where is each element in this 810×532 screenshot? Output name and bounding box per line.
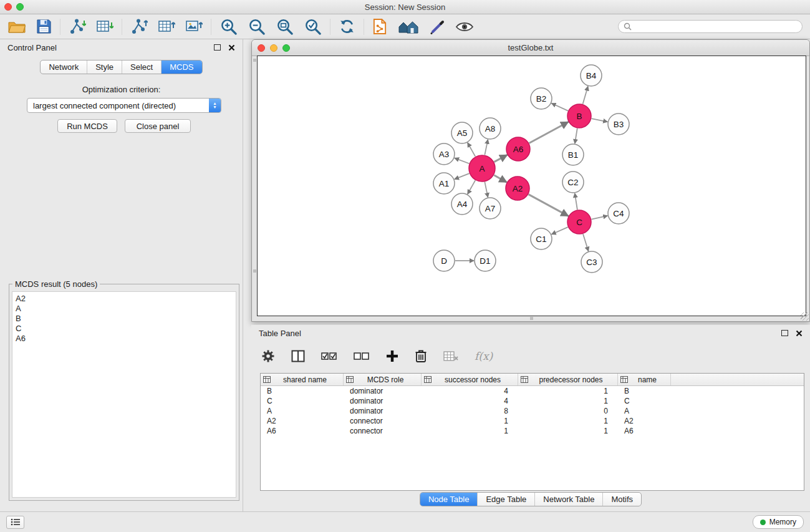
- column-header-name[interactable]: name: [618, 374, 671, 385]
- mcds-result-item[interactable]: A6: [16, 334, 233, 344]
- edge-C-C4[interactable]: [592, 216, 608, 220]
- node-B[interactable]: [567, 104, 591, 128]
- network-close-button[interactable]: [258, 44, 265, 52]
- edge-A-A6[interactable]: [494, 155, 507, 162]
- edge-B-B4[interactable]: [583, 86, 588, 104]
- tab-mcds[interactable]: MCDS: [161, 60, 201, 74]
- edge-A-A7[interactable]: [485, 182, 488, 198]
- float-panel-icon[interactable]: [781, 330, 788, 336]
- node-A3[interactable]: [433, 143, 455, 165]
- refresh-view-button[interactable]: [339, 18, 355, 35]
- zoom-selected-button[interactable]: [304, 17, 322, 36]
- node-D[interactable]: [433, 250, 455, 271]
- column-header-predecessor-nodes[interactable]: predecessor nodes: [518, 374, 618, 385]
- task-history-button[interactable]: [6, 516, 24, 529]
- zoom-in-button[interactable]: [219, 17, 238, 36]
- node-C[interactable]: [567, 210, 591, 234]
- fit-content-button[interactable]: [276, 17, 294, 36]
- open-session-button[interactable]: [7, 19, 26, 34]
- column-header-successor-nodes[interactable]: successor nodes: [422, 374, 518, 385]
- table-row[interactable]: Adominator80A: [261, 406, 804, 416]
- mcds-result-item[interactable]: A2: [16, 294, 233, 304]
- run-mcds-button[interactable]: Run MCDS: [57, 119, 117, 133]
- float-panel-icon[interactable]: [214, 44, 221, 51]
- close-panel-button[interactable]: Close panel: [125, 119, 191, 133]
- show-hide-button[interactable]: [455, 20, 474, 34]
- table-settings-button[interactable]: [261, 349, 275, 363]
- manage-columns-button[interactable]: [291, 350, 305, 362]
- node-A4[interactable]: [451, 193, 473, 215]
- node-A7[interactable]: [480, 198, 501, 219]
- edge-A-A8[interactable]: [485, 140, 488, 155]
- export-network-button[interactable]: [130, 19, 148, 35]
- zoom-out-button[interactable]: [248, 17, 266, 36]
- open-network-file-button[interactable]: [372, 18, 388, 35]
- search-input[interactable]: [635, 22, 797, 32]
- edge-A-A4[interactable]: [468, 180, 475, 194]
- table-row[interactable]: Bdominator41B: [261, 386, 804, 396]
- node-table[interactable]: shared nameMCDS rolesuccessor nodesprede…: [260, 373, 804, 491]
- tab-style[interactable]: Style: [87, 60, 122, 74]
- edge-B-B2[interactable]: [551, 104, 567, 111]
- node-A1[interactable]: [433, 173, 455, 194]
- edge-B-B3[interactable]: [592, 118, 608, 122]
- search-field[interactable]: [618, 20, 803, 33]
- tab-select[interactable]: Select: [122, 60, 161, 74]
- deselect-all-button[interactable]: [354, 351, 370, 361]
- edge-B-B1[interactable]: [575, 128, 577, 143]
- table-tab-motifs[interactable]: Motifs: [602, 493, 641, 506]
- close-panel-icon[interactable]: [228, 44, 235, 51]
- mcds-result-item[interactable]: B: [16, 314, 233, 324]
- node-B4[interactable]: [581, 65, 602, 86]
- edge-A6-B[interactable]: [529, 122, 569, 143]
- add-row-button[interactable]: [386, 350, 398, 362]
- mcds-result-item[interactable]: C: [16, 324, 233, 334]
- table-tab-edge-table[interactable]: Edge Table: [477, 493, 534, 506]
- tab-network[interactable]: Network: [41, 60, 87, 74]
- edge-C-C1[interactable]: [551, 227, 567, 235]
- table-tab-network-table[interactable]: Network Table: [534, 493, 602, 506]
- node-A8[interactable]: [480, 118, 501, 139]
- window-zoom-button[interactable]: [16, 3, 24, 11]
- node-A2[interactable]: [506, 177, 529, 200]
- node-B2[interactable]: [531, 88, 552, 109]
- table-row[interactable]: A6connector11A6: [261, 426, 804, 436]
- column-header-MCDS-role[interactable]: MCDS role: [344, 374, 422, 385]
- resize-grip[interactable]: [801, 312, 809, 321]
- edge-A-A1[interactable]: [455, 173, 470, 179]
- save-session-button[interactable]: [36, 19, 52, 34]
- window-close-button[interactable]: [4, 3, 12, 11]
- criterion-dropdown[interactable]: largest connected component (directed) ▲…: [27, 98, 221, 113]
- node-A5[interactable]: [451, 122, 473, 143]
- apply-style-button[interactable]: [429, 19, 445, 35]
- network-zoom-button[interactable]: [282, 44, 290, 52]
- node-D1[interactable]: [475, 250, 496, 271]
- home-button[interactable]: [398, 19, 419, 35]
- mcds-result-item[interactable]: A: [16, 304, 233, 314]
- node-C3[interactable]: [581, 251, 602, 273]
- table-tab-node-table[interactable]: Node Table: [420, 493, 478, 506]
- edge-A-A3[interactable]: [455, 158, 470, 163]
- node-C1[interactable]: [531, 228, 552, 249]
- node-B3[interactable]: [608, 114, 629, 135]
- import-table-button[interactable]: [96, 19, 113, 35]
- mcds-result-list[interactable]: A2ABCA6: [12, 291, 236, 498]
- edge-C-C3[interactable]: [583, 234, 589, 251]
- network-minimize-button[interactable]: [270, 44, 277, 52]
- export-image-button[interactable]: [185, 19, 203, 35]
- delete-table-button[interactable]: [443, 351, 458, 362]
- node-C2[interactable]: [562, 172, 584, 193]
- node-A[interactable]: [469, 155, 495, 181]
- memory-button[interactable]: Memory: [753, 515, 804, 529]
- node-C4[interactable]: [608, 203, 629, 224]
- table-row[interactable]: Cdominator41C: [261, 396, 804, 406]
- edge-A-A2[interactable]: [494, 175, 506, 182]
- table-row[interactable]: A2connector11A2: [261, 416, 804, 426]
- node-B1[interactable]: [562, 144, 584, 165]
- edge-A2-C[interactable]: [529, 195, 569, 216]
- export-table-button[interactable]: [158, 19, 175, 35]
- edge-A-A5[interactable]: [468, 143, 475, 157]
- node-A6[interactable]: [506, 137, 530, 161]
- edge-C-C2[interactable]: [575, 193, 577, 210]
- function-builder-button[interactable]: f(x): [475, 350, 493, 362]
